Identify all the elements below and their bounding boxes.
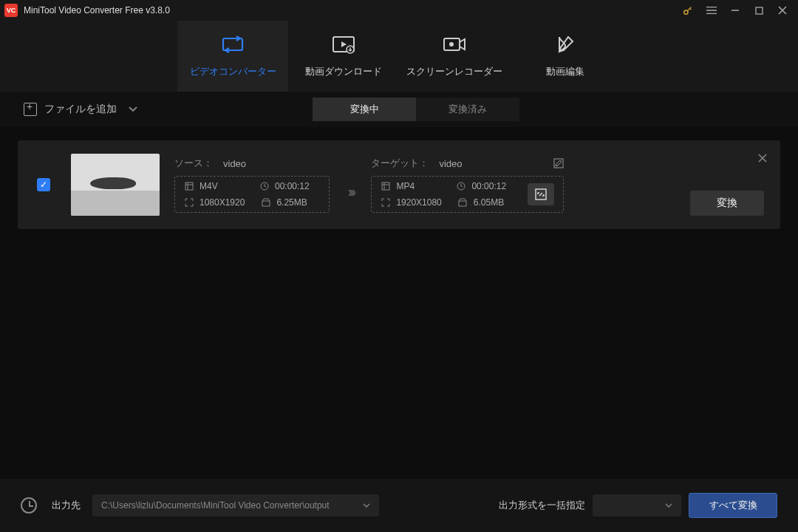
video-thumbnail[interactable] <box>71 154 160 216</box>
svg-rect-10 <box>382 183 389 190</box>
key-icon[interactable] <box>683 5 693 16</box>
format-icon <box>381 182 390 191</box>
seg-label: 変換中 <box>350 103 379 116</box>
status-segmented: 変換中 変換済み <box>313 98 519 121</box>
tab-screen-recorder[interactable]: スクリーンレコーダー <box>399 21 510 92</box>
minimize-icon[interactable] <box>730 5 740 16</box>
add-file-label: ファイルを追加 <box>44 103 117 116</box>
tab-label: ビデオコンバーター <box>190 65 276 78</box>
src-duration: 00:00:12 <box>275 181 310 191</box>
toolbar: ファイルを追加 変換中 変換済み <box>0 92 798 127</box>
tgt-resolution: 1920X1080 <box>396 197 441 208</box>
chevron-down-icon[interactable] <box>129 106 137 112</box>
add-file-button[interactable]: ファイルを追加 <box>24 103 137 116</box>
target-column: ターゲット： video MP4 00:00:12 1920X1080 6.05… <box>371 157 563 213</box>
tgt-duration: 00:00:12 <box>471 181 506 191</box>
src-size: 6.25MB <box>276 197 307 208</box>
chevron-down-icon <box>363 503 370 508</box>
arrow-icon: ››› <box>344 183 356 200</box>
src-format: M4V <box>200 181 218 191</box>
convert-button[interactable]: 変換 <box>690 191 764 216</box>
format-all-label: 出力形式を一括指定 <box>499 499 585 512</box>
edit-icon <box>553 34 578 55</box>
svg-point-6 <box>449 42 454 47</box>
tab-label: スクリーンレコーダー <box>406 65 502 78</box>
source-column: ソース： video M4V 00:00:12 1080X1920 6.25MB <box>174 157 330 213</box>
target-label: ターゲット： <box>371 157 429 170</box>
format-all-select[interactable] <box>593 494 681 516</box>
footer: 出力先 C:\Users\lizlu\Documents\MiniTool Vi… <box>0 479 798 532</box>
converter-icon <box>220 34 245 55</box>
edit-target-icon[interactable] <box>553 158 564 168</box>
tab-label: 動画ダウンロード <box>305 65 382 78</box>
size-icon <box>261 198 270 208</box>
seg-label: 変換済み <box>449 103 487 116</box>
source-infobox: M4V 00:00:12 1080X1920 6.25MB <box>174 176 330 213</box>
schedule-icon[interactable] <box>21 497 37 514</box>
download-icon <box>331 34 356 55</box>
output-path-text: C:\Users\lizlu\Documents\MiniTool Video … <box>101 500 330 511</box>
menu-icon[interactable] <box>706 5 717 16</box>
add-file-icon <box>24 103 37 116</box>
app-logo: VC <box>4 4 18 17</box>
tgt-format: MP4 <box>396 181 415 191</box>
remove-file-icon[interactable] <box>758 154 767 163</box>
clock-icon <box>259 182 269 191</box>
clock-icon <box>456 182 466 191</box>
tab-video-download[interactable]: 動画ダウンロード <box>288 21 399 92</box>
resolution-icon <box>381 198 390 208</box>
main-tabs: ビデオコンバーター 動画ダウンロード スクリーンレコーダー 動画編集 <box>0 21 798 92</box>
svg-rect-1 <box>756 7 763 14</box>
titlebar: VC MiniTool Video Converter Free v3.8.0 <box>0 0 798 21</box>
file-list: ✓ ソース： video M4V 00:00:12 1080X1920 6.25… <box>0 127 798 242</box>
convert-all-button[interactable]: すべて変換 <box>689 493 777 518</box>
resolution-icon <box>184 198 194 208</box>
output-label: 出力先 <box>52 499 81 512</box>
seg-converting[interactable]: 変換中 <box>313 98 416 121</box>
convert-label: 変換 <box>717 197 737 210</box>
source-label: ソース： <box>174 157 213 170</box>
tab-video-converter[interactable]: ビデオコンバーター <box>177 21 288 92</box>
source-name: video <box>223 158 246 169</box>
maximize-icon[interactable] <box>754 5 764 16</box>
output-path-select[interactable]: C:\Users\lizlu\Documents\MiniTool Video … <box>92 494 379 516</box>
tab-label: 動画編集 <box>546 65 584 78</box>
tab-video-edit[interactable]: 動画編集 <box>510 21 621 92</box>
svg-rect-7 <box>185 183 193 190</box>
tab-spacer <box>0 21 177 92</box>
app-title: MiniTool Video Converter Free v3.8.0 <box>24 5 683 16</box>
recorder-icon <box>442 34 467 55</box>
src-resolution: 1080X1920 <box>200 197 245 208</box>
size-icon <box>458 198 468 208</box>
format-icon <box>184 182 194 191</box>
target-name: video <box>439 158 462 169</box>
file-card: ✓ ソース： video M4V 00:00:12 1080X1920 6.25… <box>18 140 780 229</box>
target-format-button[interactable] <box>528 183 554 205</box>
close-icon[interactable] <box>777 5 788 16</box>
svg-rect-2 <box>223 38 242 50</box>
convert-all-label: すべて変換 <box>709 499 757 512</box>
seg-converted[interactable]: 変換済み <box>416 98 519 121</box>
target-infobox: MP4 00:00:12 1920X1080 6.05MB <box>371 176 563 213</box>
select-checkbox[interactable]: ✓ <box>37 178 50 191</box>
tgt-size: 6.05MB <box>474 197 504 208</box>
